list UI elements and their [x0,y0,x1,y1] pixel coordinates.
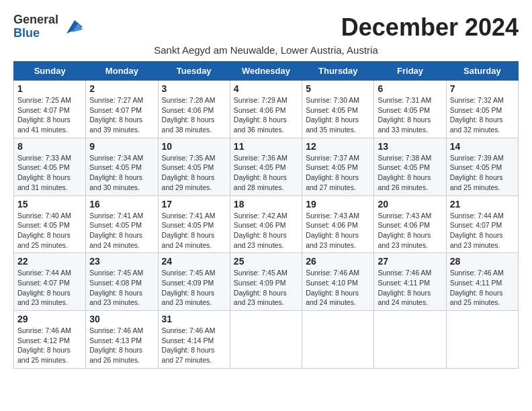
day-info: Sunrise: 7:29 AMSunset: 4:06 PMDaylight:… [234,95,298,135]
logo-blue-text: Blue [13,26,40,40]
calendar-cell: 12Sunrise: 7:37 AMSunset: 4:05 PMDayligh… [302,138,374,195]
calendar-cell: 27Sunrise: 7:46 AMSunset: 4:11 PMDayligh… [374,253,446,311]
page-header: General Blue December 2024 [13,13,519,42]
day-info: Sunrise: 7:30 AMSunset: 4:05 PMDaylight:… [306,95,370,135]
calendar-day-header: Friday [374,62,446,81]
day-info: Sunrise: 7:39 AMSunset: 4:05 PMDaylight:… [450,153,515,193]
day-info: Sunrise: 7:43 AMSunset: 4:06 PMDaylight:… [378,211,442,250]
day-number: 29 [17,314,82,324]
day-info: Sunrise: 7:38 AMSunset: 4:05 PMDaylight:… [378,153,442,193]
day-number: 30 [89,314,154,324]
day-number: 22 [17,256,82,267]
day-number: 9 [89,141,154,152]
day-info: Sunrise: 7:45 AMSunset: 4:08 PMDaylight:… [89,268,154,308]
day-number: 19 [306,199,370,210]
day-info: Sunrise: 7:45 AMSunset: 4:09 PMDaylight:… [234,268,298,308]
calendar-day-header: Wednesday [230,62,302,81]
day-number: 14 [450,141,515,152]
calendar-day-header: Sunday [14,62,86,81]
calendar-cell: 13Sunrise: 7:38 AMSunset: 4:05 PMDayligh… [374,138,446,195]
day-number: 5 [306,83,370,94]
calendar-day-header: Saturday [446,62,518,81]
calendar-day-header: Tuesday [158,62,230,81]
day-info: Sunrise: 7:37 AMSunset: 4:05 PMDaylight:… [306,153,370,193]
day-info: Sunrise: 7:45 AMSunset: 4:09 PMDaylight:… [162,268,226,308]
calendar-table: SundayMondayTuesdayWednesdayThursdayFrid… [13,61,519,369]
day-number: 13 [378,141,442,152]
day-number: 23 [89,256,154,267]
day-number: 20 [378,199,442,210]
calendar-cell: 14Sunrise: 7:39 AMSunset: 4:05 PMDayligh… [446,138,518,195]
day-info: Sunrise: 7:46 AMSunset: 4:10 PMDaylight:… [306,268,370,308]
day-info: Sunrise: 7:35 AMSunset: 4:05 PMDaylight:… [162,153,226,193]
calendar-week-row: 22Sunrise: 7:44 AMSunset: 4:07 PMDayligh… [14,253,519,311]
calendar-cell: 8Sunrise: 7:33 AMSunset: 4:05 PMDaylight… [14,138,86,195]
day-number: 11 [234,141,298,152]
calendar-cell: 9Sunrise: 7:34 AMSunset: 4:05 PMDaylight… [86,138,158,195]
calendar-header-row: SundayMondayTuesdayWednesdayThursdayFrid… [14,62,519,81]
calendar-cell: 23Sunrise: 7:45 AMSunset: 4:08 PMDayligh… [86,253,158,311]
logo-general-text: General [13,13,58,26]
location-subtitle: Sankt Aegyd am Neuwalde, Lower Austria, … [13,44,519,56]
calendar-cell: 21Sunrise: 7:44 AMSunset: 4:07 PMDayligh… [446,195,518,253]
day-info: Sunrise: 7:34 AMSunset: 4:05 PMDaylight:… [89,153,154,193]
calendar-cell [374,311,446,369]
day-number: 7 [450,83,515,94]
calendar-cell [230,311,302,369]
day-info: Sunrise: 7:32 AMSunset: 4:05 PMDaylight:… [450,95,515,135]
calendar-cell: 4Sunrise: 7:29 AMSunset: 4:06 PMDaylight… [230,81,302,138]
day-number: 15 [17,199,82,210]
day-info: Sunrise: 7:25 AMSunset: 4:07 PMDaylight:… [17,95,82,135]
logo-icon [61,17,83,36]
day-number: 4 [234,83,298,94]
calendar-cell: 22Sunrise: 7:44 AMSunset: 4:07 PMDayligh… [14,253,86,311]
calendar-cell: 5Sunrise: 7:30 AMSunset: 4:05 PMDaylight… [302,81,374,138]
day-info: Sunrise: 7:40 AMSunset: 4:05 PMDaylight:… [17,211,82,250]
day-info: Sunrise: 7:42 AMSunset: 4:06 PMDaylight:… [234,211,298,250]
calendar-week-row: 29Sunrise: 7:46 AMSunset: 4:12 PMDayligh… [14,311,519,369]
calendar-cell: 6Sunrise: 7:31 AMSunset: 4:05 PMDaylight… [374,81,446,138]
day-info: Sunrise: 7:46 AMSunset: 4:14 PMDaylight:… [162,326,226,365]
calendar-cell: 17Sunrise: 7:41 AMSunset: 4:05 PMDayligh… [158,195,230,253]
day-info: Sunrise: 7:43 AMSunset: 4:06 PMDaylight:… [306,211,370,250]
calendar-cell: 15Sunrise: 7:40 AMSunset: 4:05 PMDayligh… [14,195,86,253]
calendar-cell: 20Sunrise: 7:43 AMSunset: 4:06 PMDayligh… [374,195,446,253]
day-number: 2 [89,83,154,94]
day-info: Sunrise: 7:36 AMSunset: 4:05 PMDaylight:… [234,153,298,193]
day-info: Sunrise: 7:46 AMSunset: 4:12 PMDaylight:… [17,326,82,365]
calendar-week-row: 8Sunrise: 7:33 AMSunset: 4:05 PMDaylight… [14,138,519,195]
day-info: Sunrise: 7:46 AMSunset: 4:13 PMDaylight:… [89,326,154,365]
calendar-cell: 11Sunrise: 7:36 AMSunset: 4:05 PMDayligh… [230,138,302,195]
calendar-cell: 31Sunrise: 7:46 AMSunset: 4:14 PMDayligh… [158,311,230,369]
calendar-day-header: Thursday [302,62,374,81]
day-info: Sunrise: 7:33 AMSunset: 4:05 PMDaylight:… [17,153,82,193]
calendar-cell: 16Sunrise: 7:41 AMSunset: 4:05 PMDayligh… [86,195,158,253]
day-info: Sunrise: 7:46 AMSunset: 4:11 PMDaylight:… [378,268,442,308]
day-number: 16 [89,199,154,210]
calendar-day-header: Monday [86,62,158,81]
day-number: 12 [306,141,370,152]
day-info: Sunrise: 7:46 AMSunset: 4:11 PMDaylight:… [450,268,515,308]
day-info: Sunrise: 7:27 AMSunset: 4:07 PMDaylight:… [89,95,154,135]
day-info: Sunrise: 7:41 AMSunset: 4:05 PMDaylight:… [162,211,226,250]
calendar-cell: 25Sunrise: 7:45 AMSunset: 4:09 PMDayligh… [230,253,302,311]
calendar-week-row: 1Sunrise: 7:25 AMSunset: 4:07 PMDaylight… [14,81,519,138]
calendar-cell: 30Sunrise: 7:46 AMSunset: 4:13 PMDayligh… [86,311,158,369]
calendar-cell: 1Sunrise: 7:25 AMSunset: 4:07 PMDaylight… [14,81,86,138]
calendar-cell: 2Sunrise: 7:27 AMSunset: 4:07 PMDaylight… [86,81,158,138]
day-number: 3 [162,83,226,94]
day-info: Sunrise: 7:44 AMSunset: 4:07 PMDaylight:… [450,211,515,250]
day-number: 8 [17,141,82,152]
calendar-cell [302,311,374,369]
day-number: 21 [450,199,515,210]
calendar-cell: 10Sunrise: 7:35 AMSunset: 4:05 PMDayligh… [158,138,230,195]
logo: General Blue [13,13,83,40]
day-number: 26 [306,256,370,267]
calendar-cell: 3Sunrise: 7:28 AMSunset: 4:06 PMDaylight… [158,81,230,138]
calendar-cell: 7Sunrise: 7:32 AMSunset: 4:05 PMDaylight… [446,81,518,138]
calendar-cell: 29Sunrise: 7:46 AMSunset: 4:12 PMDayligh… [14,311,86,369]
calendar-cell: 18Sunrise: 7:42 AMSunset: 4:06 PMDayligh… [230,195,302,253]
day-number: 28 [450,256,515,267]
day-number: 1 [17,83,82,94]
calendar-cell: 26Sunrise: 7:46 AMSunset: 4:10 PMDayligh… [302,253,374,311]
